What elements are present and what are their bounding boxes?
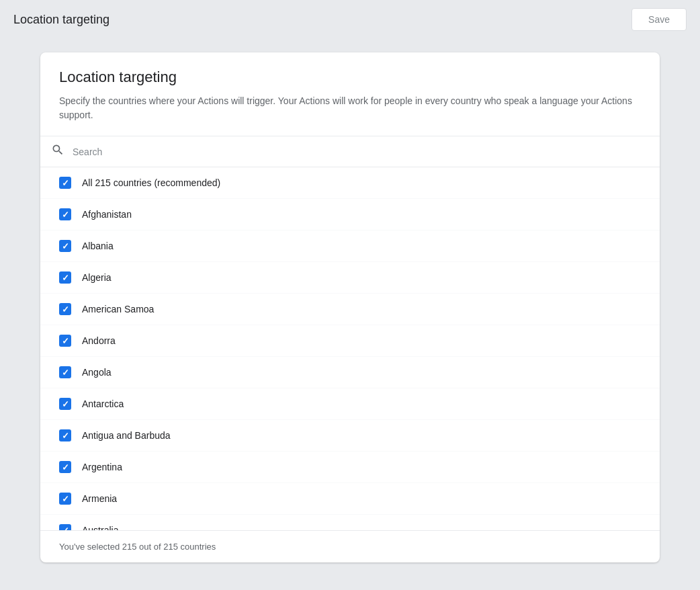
- list-item[interactable]: ✓Australia: [40, 515, 660, 530]
- search-icon: [51, 143, 64, 160]
- country-name: Algeria: [82, 272, 112, 283]
- list-item[interactable]: ✓Argentina: [40, 452, 660, 483]
- list-item[interactable]: ✓Antarctica: [40, 388, 660, 420]
- checkbox[interactable]: ✓: [59, 177, 71, 189]
- list-item[interactable]: ✓Antigua and Barbuda: [40, 420, 660, 452]
- checkbox[interactable]: ✓: [59, 429, 71, 441]
- checkbox[interactable]: ✓: [59, 303, 71, 315]
- list-item[interactable]: ✓Algeria: [40, 262, 660, 294]
- list-item[interactable]: ✓Armenia: [40, 483, 660, 515]
- country-name: Australia: [82, 525, 118, 530]
- checkbox[interactable]: ✓: [59, 493, 71, 505]
- country-name: All 215 countries (recommended): [82, 177, 220, 188]
- list-item[interactable]: ✓All 215 countries (recommended): [40, 167, 660, 199]
- list-item[interactable]: ✓American Samoa: [40, 294, 660, 325]
- search-bar: [40, 136, 660, 167]
- list-item[interactable]: ✓Angola: [40, 357, 660, 388]
- list-item[interactable]: ✓Afghanistan: [40, 199, 660, 230]
- search-input[interactable]: [73, 146, 649, 157]
- card-title: Location targeting: [59, 69, 641, 86]
- checkbox[interactable]: ✓: [59, 461, 71, 473]
- checkbox[interactable]: ✓: [59, 335, 71, 347]
- checkbox[interactable]: ✓: [59, 240, 71, 252]
- checkbox[interactable]: ✓: [59, 366, 71, 378]
- country-name: Andorra: [82, 335, 116, 346]
- list-item[interactable]: ✓Andorra: [40, 325, 660, 357]
- checkbox[interactable]: ✓: [59, 398, 71, 410]
- checkbox[interactable]: ✓: [59, 524, 71, 530]
- country-list[interactable]: ✓All 215 countries (recommended)✓Afghani…: [40, 167, 660, 530]
- country-name: Antarctica: [82, 398, 124, 409]
- country-name: Afghanistan: [82, 209, 132, 220]
- save-button[interactable]: Save: [631, 8, 687, 31]
- card-description: Specify the countries where your Actions…: [59, 94, 637, 122]
- selection-count: You've selected 215 out of 215 countries: [40, 530, 660, 562]
- country-name: Angola: [82, 367, 112, 378]
- country-name: Antigua and Barbuda: [82, 430, 171, 441]
- country-name: Argentina: [82, 462, 122, 472]
- card-header: Location targeting Specify the countries…: [40, 52, 660, 136]
- checkbox[interactable]: ✓: [59, 208, 71, 220]
- page-title: Location targeting: [13, 13, 110, 27]
- country-name: Albania: [82, 241, 114, 251]
- main-card: Location targeting Specify the countries…: [40, 52, 660, 562]
- country-name: American Samoa: [82, 304, 154, 314]
- list-item[interactable]: ✓Albania: [40, 230, 660, 262]
- country-name: Armenia: [82, 493, 117, 504]
- checkbox[interactable]: ✓: [59, 271, 71, 284]
